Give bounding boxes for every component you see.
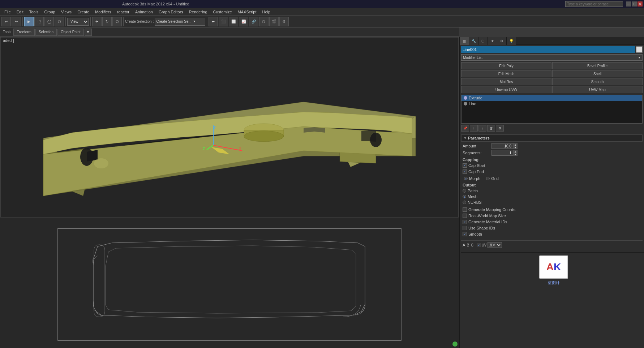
view-select[interactable]: View — [67, 18, 89, 26]
panel-tab-motion[interactable]: ★ — [488, 37, 497, 45]
object-name-input[interactable] — [461, 46, 635, 53]
morph-radio[interactable] — [464, 177, 468, 180]
select-type-button[interactable]: ◯ — [44, 17, 54, 26]
toolbar-sep3 — [90, 17, 91, 26]
stack-item-line[interactable]: Line — [461, 101, 642, 107]
cap-start-checkbox[interactable] — [463, 163, 467, 168]
layer-button[interactable]: ⬜ — [229, 17, 238, 26]
mirror-button[interactable]: ⬌ — [209, 17, 218, 26]
panel-tab-modify[interactable]: 🔧 — [469, 37, 478, 45]
menu-help[interactable]: Help — [259, 9, 274, 15]
menu-customize[interactable]: Customize — [210, 9, 235, 15]
gen-material-checkbox[interactable] — [463, 220, 467, 224]
segments-input[interactable] — [491, 150, 513, 156]
minimize-button[interactable]: ─ — [626, 1, 631, 7]
gen-material-row: Generate Material IDs — [461, 219, 643, 225]
grid-radio[interactable] — [486, 177, 490, 180]
freeform-btn[interactable]: Freeform — [13, 29, 35, 36]
close-button[interactable]: ✕ — [637, 1, 643, 7]
smooth-checkbox[interactable] — [463, 232, 467, 236]
parameters-header[interactable]: Parameters — [461, 134, 643, 142]
edit-poly-btn[interactable]: Edit Poly — [461, 62, 551, 69]
menu-rendering[interactable]: Rendering — [186, 9, 210, 15]
unit-select[interactable]: 厘米 — [488, 242, 502, 248]
gen-mapping-label: Generate Mapping Coords. — [468, 207, 516, 212]
stack-move-down-btn[interactable]: ↓ — [478, 125, 486, 132]
mesh-label: Mesh — [468, 194, 477, 199]
scale-button[interactable]: ⬡ — [112, 17, 122, 26]
object-paint-btn[interactable]: Object Paint — [57, 29, 83, 36]
main-viewport[interactable]: aded ] — [0, 37, 459, 348]
select-button[interactable]: ▶ — [24, 17, 34, 26]
panel-tabs: ▦ 🔧 ⬡ ★ ⚙ 💡 — [460, 37, 644, 45]
menu-edit[interactable]: Edit — [14, 9, 26, 15]
multires-btn[interactable]: MultRes — [461, 78, 551, 85]
rotate-button[interactable]: ↻ — [102, 17, 112, 26]
select-region-button[interactable]: ⬚ — [34, 17, 44, 26]
create-selection-dropdown[interactable]: Create Selection Se... — [155, 18, 205, 26]
panel-tab-display[interactable]: ▦ — [460, 37, 469, 45]
modifier-list-dropdown[interactable]: Modifier List — [461, 54, 643, 61]
menu-graph-editors[interactable]: Graph Editors — [156, 9, 186, 15]
panel-tab-display2[interactable]: ⚙ — [497, 37, 507, 45]
real-world-checkbox[interactable] — [463, 214, 467, 218]
amount-input[interactable] — [491, 143, 513, 149]
modifier-buttons-grid: Edit Poly Bevel Profile Edit Mesh Shell … — [461, 62, 643, 93]
window-buttons: ─ □ ✕ — [626, 1, 643, 7]
render-setup-button[interactable]: ⚙ — [279, 17, 289, 26]
menu-file[interactable]: File — [1, 9, 14, 15]
menu-reactor[interactable]: reactor — [114, 9, 132, 15]
menu-create[interactable]: Create — [74, 9, 92, 15]
cap-end-checkbox[interactable] — [463, 169, 467, 174]
curve-editor-button[interactable]: 📈 — [239, 17, 248, 26]
panel-tab-utilities[interactable]: 💡 — [507, 37, 516, 45]
undo-button[interactable]: ↩ — [1, 17, 11, 26]
stack-options-btn[interactable]: ⚙ — [496, 125, 504, 132]
stack-pin-btn[interactable]: 📌 — [461, 125, 469, 132]
gen-mapping-checkbox[interactable] — [463, 207, 467, 212]
selection-btn[interactable]: Selection — [35, 29, 57, 36]
menu-modifiers[interactable]: Modifiers — [92, 9, 114, 15]
panel-tab-hierarchy[interactable]: ⬡ — [478, 37, 488, 45]
menu-group[interactable]: Group — [41, 9, 58, 15]
edit-mesh-btn[interactable]: Edit Mesh — [461, 70, 551, 77]
stack-move-up-btn[interactable]: ↑ — [470, 125, 478, 132]
mesh-radio[interactable] — [463, 195, 466, 198]
unwrap-uvw-btn[interactable]: Unwrap UVW — [461, 86, 551, 93]
menu-tools[interactable]: Tools — [26, 9, 42, 15]
nurbs-radio[interactable] — [463, 201, 466, 204]
real-world-label: Real-World Map Size — [468, 214, 506, 218]
redo-button[interactable]: ↪ — [12, 17, 21, 26]
segments-spin-up[interactable]: ▲ — [513, 150, 518, 153]
menu-maxscript[interactable]: MAXScript — [235, 9, 259, 15]
patch-radio-row: Patch — [461, 188, 643, 194]
smooth-btn[interactable]: Smooth — [552, 78, 643, 85]
bevel-profile-btn[interactable]: Bevel Profile — [552, 62, 643, 69]
object-color-swatch[interactable] — [636, 46, 643, 53]
align-button[interactable]: ⬛ — [219, 17, 228, 26]
menu-animation[interactable]: Animation — [132, 9, 156, 15]
menu-views[interactable]: Views — [58, 9, 74, 15]
morph-label: Morph — [469, 176, 480, 181]
maximize-button[interactable]: □ — [632, 1, 637, 7]
lasso-select-button[interactable]: ⬡ — [55, 17, 64, 26]
stack-delete-btn[interactable]: 🗑 — [487, 125, 495, 132]
cap-start-label: Cap Start — [468, 163, 485, 168]
uvw-map-btn[interactable]: UVW Map — [552, 86, 643, 93]
move-button[interactable]: ✛ — [92, 17, 102, 26]
schematic-button[interactable]: 🔗 — [249, 17, 258, 26]
shell-btn[interactable]: Shell — [552, 70, 643, 77]
paint-options-btn[interactable]: ▼ — [85, 29, 92, 36]
search-input[interactable] — [565, 1, 623, 7]
stack-item-extrude[interactable]: Extrude — [461, 95, 642, 101]
patch-radio[interactable] — [463, 189, 466, 193]
amount-spin-down[interactable]: ▼ — [513, 146, 518, 149]
use-shape-checkbox[interactable] — [463, 226, 467, 230]
real-world-row: Real-World Map Size — [461, 213, 643, 219]
segments-spin-down[interactable]: ▼ — [513, 153, 518, 156]
render-button[interactable]: 🎬 — [269, 17, 279, 26]
amount-spin-up[interactable]: ▲ — [513, 143, 518, 146]
uv-checkbox[interactable] — [477, 243, 481, 247]
material-editor-button[interactable]: ⬡ — [259, 17, 269, 26]
mesh-radio-row: Mesh — [461, 194, 643, 199]
